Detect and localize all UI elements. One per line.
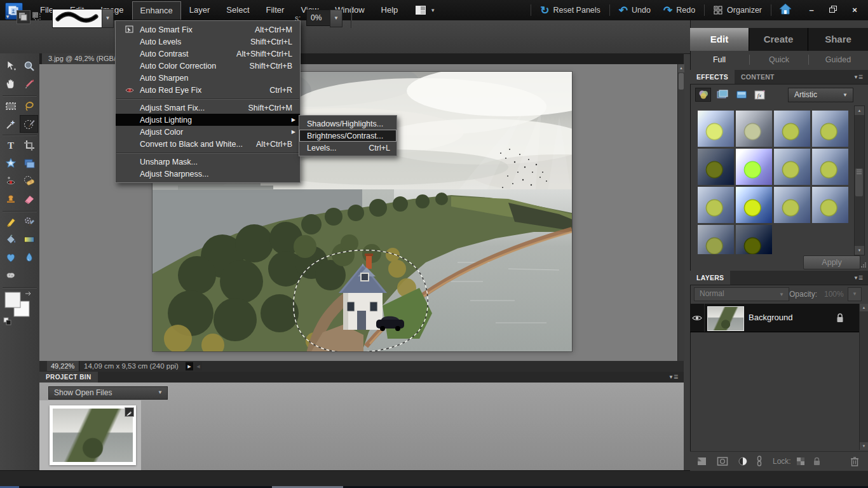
minimize-button[interactable]: – (802, 3, 821, 17)
document-tab[interactable]: 3.jpg @ 49,2% (RGB/8 (42, 53, 126, 64)
tab-create[interactable]: Create (749, 28, 808, 51)
rectangular-marquee-tool[interactable] (1, 97, 20, 115)
eyedropper-tool[interactable] (20, 75, 38, 93)
delete-layer-icon[interactable] (850, 456, 859, 466)
effect-thumbnail[interactable] (698, 187, 734, 223)
scroll-down-icon[interactable]: ▼ (860, 442, 868, 450)
blur-tool[interactable] (20, 248, 38, 266)
effect-thumbnail[interactable] (812, 149, 848, 185)
brush-picker-dropdown[interactable]: ▼ (102, 9, 114, 28)
menu-item-auto-red-eye-fix[interactable]: Auto Red Eye Fix Ctrl+R (116, 84, 300, 96)
menu-help[interactable]: Help (373, 1, 407, 20)
opacity-value[interactable]: 100% (824, 290, 844, 299)
effect-thumbnail[interactable] (698, 111, 734, 147)
cookie-cutter-tool[interactable] (1, 154, 20, 172)
brush-stroke-preview[interactable] (52, 9, 103, 28)
menu-item-shadows-highlights[interactable]: Shadows/Highlights... (299, 118, 397, 130)
effect-thumbnail[interactable] (698, 149, 734, 185)
red-eye-removal-tool[interactable] (1, 172, 20, 190)
paint-bucket-tool[interactable] (1, 231, 20, 248)
pencil-tool[interactable] (1, 213, 20, 231)
project-bin-menu-icon[interactable]: ▼☰ (668, 374, 678, 380)
menu-item-adjust-sharpness[interactable]: Adjust Sharpness... (116, 168, 300, 180)
status-next-button[interactable]: ▶ (186, 362, 193, 370)
tab-full-edit[interactable]: Full (690, 51, 749, 69)
canvas-vertical-scrollbar[interactable]: ▲ (677, 64, 684, 361)
move-tool[interactable] (1, 57, 20, 75)
scroll-up-icon[interactable]: ▲ (678, 64, 684, 72)
menu-item-auto-smart-fix[interactable]: Auto Smart Fix Alt+Ctrl+M (116, 24, 300, 36)
undo-button[interactable]: ↶ Undo (613, 5, 657, 16)
lock-transparency-icon[interactable] (796, 457, 805, 466)
eraser-tool[interactable] (20, 190, 38, 208)
apply-button[interactable]: Apply (803, 255, 860, 269)
crop-tool[interactable] (20, 137, 38, 154)
layer-mask-icon[interactable] (717, 456, 728, 466)
menu-item-adjust-color[interactable]: Adjust Color ▶ (116, 126, 300, 138)
subtract-selection-mode-button[interactable] (31, 10, 43, 23)
menu-filter[interactable]: Filter (258, 1, 293, 20)
close-button[interactable]: × (845, 3, 864, 17)
zoom-tool[interactable] (20, 57, 38, 75)
filters-category-button[interactable] (695, 88, 711, 102)
menu-layer[interactable]: Layer (181, 1, 219, 20)
effect-thumbnail[interactable] (774, 111, 810, 147)
tool-options-collapse-icon[interactable]: ▼ (5, 14, 10, 20)
menu-item-adjust-lighting[interactable]: Adjust Lighting ▶ (116, 114, 300, 126)
new-layer-icon[interactable] (696, 456, 708, 466)
menu-item-auto-levels[interactable]: Auto Levels Shift+Ctrl+L (116, 36, 300, 48)
project-bin-tab[interactable]: PROJECT BIN (39, 372, 98, 383)
layout-picker-button[interactable]: ▼ (415, 5, 435, 15)
straighten-tool[interactable] (20, 154, 38, 172)
opacity-dropdown-button[interactable]: ▼ (848, 287, 862, 301)
link-layers-icon[interactable] (756, 456, 763, 467)
effects-panel-menu-icon[interactable]: ▼☰ (853, 74, 863, 80)
effect-thumbnail[interactable] (774, 187, 810, 223)
tab-quick-edit[interactable]: Quick (750, 51, 808, 69)
new-selection-mode-button[interactable] (17, 10, 31, 24)
reset-panels-button[interactable]: ↻ Reset Panels (534, 5, 607, 16)
tab-effects[interactable]: EFFECTS (690, 70, 735, 84)
hardness-dropdown-button[interactable]: ▼ (330, 10, 342, 27)
effect-thumbnail[interactable] (736, 187, 772, 223)
scroll-down-icon[interactable]: ▼ (855, 246, 864, 255)
clone-stamp-tool[interactable] (1, 190, 20, 208)
effect-thumbnail[interactable] (698, 225, 734, 254)
magic-wand-tool[interactable] (1, 115, 20, 133)
all-effects-category-button[interactable]: fx (752, 88, 768, 102)
blend-mode-dropdown[interactable]: Normal ▼ (694, 287, 789, 301)
effects-category-dropdown[interactable]: Artistic ▼ (788, 88, 853, 102)
scroll-up-icon[interactable]: ▲ (855, 106, 864, 115)
menu-item-unsharp-mask[interactable]: Unsharp Mask... (116, 156, 300, 168)
tab-share[interactable]: Share (808, 28, 868, 51)
layer-name[interactable]: Background (749, 304, 792, 332)
menu-item-brightness-contrast[interactable]: Brightness/Contrast... (299, 130, 397, 142)
hand-tool[interactable] (1, 75, 20, 93)
custom-shape-tool[interactable] (1, 248, 20, 266)
photo-effects-category-button[interactable] (733, 88, 749, 102)
effects-scrollbar[interactable]: ▲ ▼ (854, 105, 865, 255)
organizer-button[interactable]: Organizer (707, 6, 768, 15)
menu-item-auto-color-correction[interactable]: Auto Color Correction Shift+Ctrl+B (116, 60, 300, 72)
lasso-tool[interactable] (20, 97, 38, 115)
scrollbar-thumb[interactable] (679, 73, 684, 90)
restore-button[interactable] (824, 3, 843, 17)
menu-item-levels[interactable]: Levels... Ctrl+L (299, 142, 397, 154)
layer-styles-category-button[interactable] (714, 88, 730, 102)
effect-thumbnail[interactable] (812, 187, 848, 223)
menu-item-auto-sharpen[interactable]: Auto Sharpen (116, 72, 300, 84)
panel-resize-grip[interactable] (861, 262, 867, 268)
foreground-color-swatch[interactable] (1, 290, 34, 330)
home-button[interactable] (774, 3, 797, 17)
tab-edit[interactable]: Edit (690, 28, 749, 51)
tab-guided-edit[interactable]: Guided (809, 51, 867, 69)
type-tool[interactable]: T (1, 137, 20, 154)
layer-thumbnail[interactable] (707, 306, 744, 331)
show-open-files-dropdown[interactable]: Show Open Files ▼ (48, 386, 168, 400)
effect-thumbnail[interactable] (736, 149, 772, 185)
zoom-level-field[interactable]: 49,22% (47, 361, 79, 371)
effect-thumbnail[interactable] (774, 149, 810, 185)
effect-thumbnail[interactable] (736, 225, 772, 254)
selection-brush-tool[interactable] (20, 115, 38, 133)
menu-item-convert-to-black-and-white[interactable]: Convert to Black and White... Alt+Ctrl+B (116, 138, 300, 150)
